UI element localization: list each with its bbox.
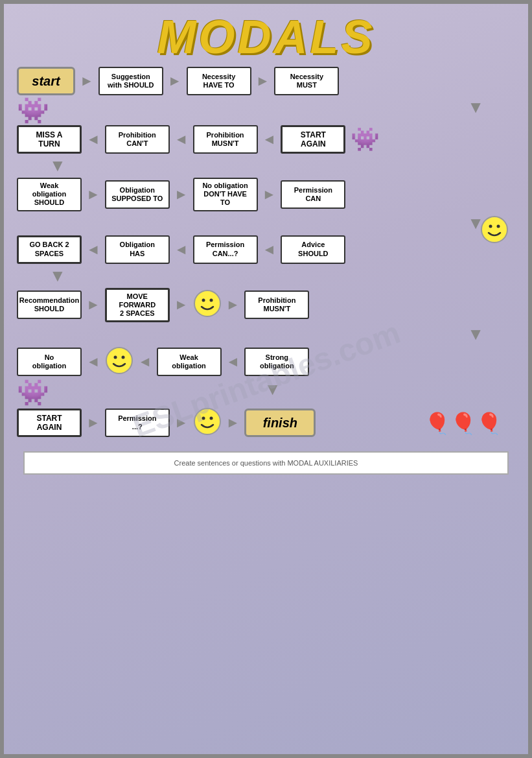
monster-2: 👾 (351, 128, 380, 151)
svg-point-8 (121, 356, 124, 359)
arrow-right-12: ► (226, 416, 240, 430)
box-necessity-haveto: NecessityHAVE TO (187, 67, 251, 95)
row-1: start ► Suggestionwith SHOULD ► Necessit… (17, 67, 515, 95)
box-necessity-must: NecessityMUST (274, 67, 339, 95)
arrow-down-5: ▼ (467, 324, 484, 344)
box-obligation-has: ObligationHAS (105, 235, 170, 264)
svg-point-1 (489, 224, 492, 228)
row-5: WeakobligationSHOULD ► ObligationSUPPOSE… (17, 178, 515, 211)
arrow-left-6: ◄ (262, 243, 277, 257)
page-wrapper: MODALS start ► Suggestionwith SHOULD ► N… (0, 0, 532, 758)
box-weak-obligation: Weakobligation (157, 348, 222, 376)
arrow-down-4: ▼ (49, 266, 66, 286)
arrow-right-7: ► (86, 298, 100, 312)
box-prohibition-cant: ProhibitionCAN'T (105, 125, 170, 154)
svg-point-5 (209, 299, 213, 302)
svg-point-6 (106, 348, 132, 373)
row-7: GO BACK 2SPACES ◄ ObligationHAS ◄ Permis… (17, 235, 515, 264)
box-recommendation-should: RecommendationSHOULD (17, 290, 82, 319)
box-prohibition-musnt-2: ProhibitionMUSN'T (244, 290, 309, 319)
box-suggestion-should: Suggestionwith SHOULD (98, 67, 163, 95)
arrow-right-10: ► (86, 416, 100, 430)
arrow-right-5: ► (174, 187, 189, 202)
svg-point-3 (194, 290, 220, 316)
box-miss-turn: MISS ATURN (17, 125, 82, 154)
arrow-right-3: ► (256, 74, 270, 88)
arrow-right-11: ► (174, 416, 189, 430)
arrow-right-9: ► (226, 298, 240, 312)
svg-point-4 (202, 299, 205, 302)
row-3: MISS ATURN ◄ ProhibitionCAN'T ◄ Prohibit… (17, 125, 515, 154)
box-strong-obligation: Strongobligation (244, 348, 309, 376)
row-11: Noobligation ◄ ◄ Weakobligation ◄ Strong… (17, 346, 515, 377)
arrow-left-4: ◄ (86, 243, 100, 257)
box-prohibition-musnt-1: ProhibitionMUSN'T (193, 125, 258, 154)
smiley-2 (105, 346, 133, 377)
svg-point-7 (113, 356, 117, 359)
start-box: start (17, 67, 75, 95)
box-no-obligation-donthaveto: No obligationDON'T HAVETO (193, 178, 258, 211)
arrow-right-6: ► (262, 187, 277, 202)
arrow-left-9: ◄ (226, 355, 240, 369)
arrow-left-8: ◄ (138, 355, 152, 369)
box-obligation-supposed: ObligationSUPPOSED TO (105, 180, 170, 209)
svg-point-2 (497, 224, 500, 228)
game-board: start ► Suggestionwith SHOULD ► Necessit… (10, 67, 522, 438)
arrow-right-4: ► (86, 187, 100, 202)
arrow-down-6: ▼ (264, 379, 281, 399)
smiley-3 (193, 407, 222, 438)
arrow-down-2: ▼ (49, 156, 66, 176)
box-permission-can2: PermissionCAN...? (193, 235, 258, 264)
monster-3: 👾 (17, 379, 49, 405)
arrow-right-2: ► (168, 74, 182, 88)
arrow-left-3: ◄ (262, 132, 277, 147)
finish-box: finish (244, 409, 316, 437)
arrow-down-1: ▼ (467, 97, 515, 117)
arrow-right-1: ► (80, 74, 94, 88)
svg-point-11 (209, 417, 213, 420)
svg-point-9 (194, 409, 220, 434)
page-title: MODALS (10, 10, 522, 60)
box-start-again-1: STARTAGAIN (281, 125, 345, 154)
arrow-right-8: ► (174, 298, 189, 312)
arrow-left-7: ◄ (86, 355, 100, 369)
smiley-1 (193, 289, 222, 320)
row-9: RecommendationSHOULD ► MOVEFORWARD2 SPAC… (17, 288, 515, 323)
box-move-forward: MOVEFORWARD2 SPACES (105, 288, 170, 323)
svg-point-0 (481, 217, 507, 243)
svg-point-10 (202, 417, 205, 420)
box-advice-should: AdviceSHOULD (281, 235, 345, 264)
arrow-left-1: ◄ (86, 132, 100, 147)
box-weak-obligation-should: WeakobligationSHOULD (17, 178, 82, 211)
box-permission-can-1: PermissionCAN (281, 180, 345, 209)
balloons: 🎈🎈🎈 (424, 413, 502, 434)
box-go-back: GO BACK 2SPACES (17, 235, 82, 264)
bottom-note: Create sentences or questions with MODAL… (23, 451, 509, 475)
arrow-left-5: ◄ (174, 243, 189, 257)
box-start-again-2: STARTAGAIN (17, 409, 82, 437)
smiley-floating (480, 215, 509, 246)
monster-1: 👾 (17, 97, 49, 123)
box-permission-ask: Permission...? (105, 409, 170, 437)
arrow-left-2: ◄ (174, 132, 189, 147)
box-no-obligation: Noobligation (17, 348, 82, 376)
